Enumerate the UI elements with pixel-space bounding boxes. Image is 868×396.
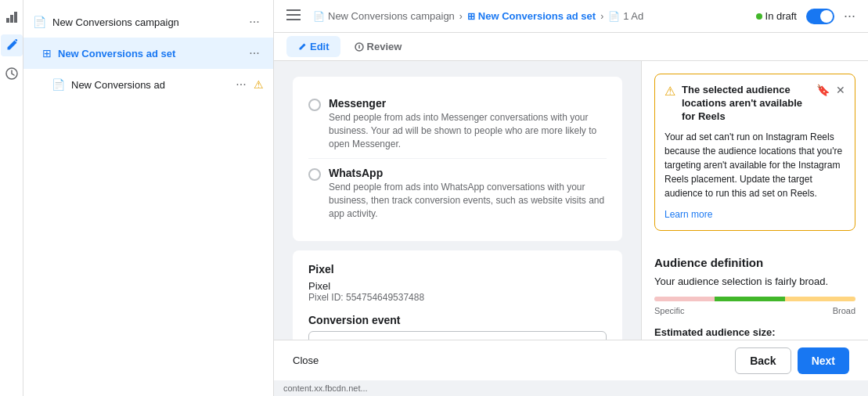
bottom-bar: Close Back Next — [274, 340, 868, 380]
topbar-more-button[interactable]: ··· — [844, 8, 855, 24]
pixel-section-label: Pixel — [308, 263, 607, 275]
pixel-section: Pixel Pixel Pixel ID: 554754649537488 Co… — [293, 250, 622, 340]
broad-label: Broad — [833, 306, 855, 315]
tab-edit[interactable]: Edit — [286, 36, 340, 57]
breadcrumb-campaign-icon: 📄 — [313, 11, 325, 22]
campaign-more-button[interactable]: ··· — [245, 13, 264, 31]
edit-review-tabs: Edit Review — [274, 33, 868, 61]
alert-warning-icon: ⚠ — [665, 84, 675, 99]
main-form-panel: Messenger Send people from ads into Mess… — [274, 61, 641, 340]
campaign-toggle[interactable] — [806, 9, 834, 24]
svg-rect-1 — [10, 15, 13, 23]
alert-title: The selected audience locations aren't a… — [682, 84, 810, 124]
meter-good — [715, 297, 785, 301]
nav-clock-icon[interactable] — [1, 63, 23, 85]
pixel-field-group: Pixel Pixel Pixel ID: 554754649537488 — [308, 263, 607, 303]
whatsapp-desc: Send people from ads into WhatsApp conve… — [329, 181, 607, 220]
topbar: 📄 New Conversions campaign › ⊞ New Conve… — [274, 0, 868, 33]
status-text: In draft — [765, 10, 797, 22]
audience-description: Your audience selection is fairly broad. — [654, 275, 855, 287]
destination-options-section: Messenger Send people from ads into Mess… — [293, 77, 622, 241]
meter-specific — [654, 297, 715, 301]
content-area: Messenger Send people from ads into Mess… — [274, 61, 868, 340]
bottom-actions: Back Next — [735, 347, 849, 374]
pixel-id: Pixel ID: 554754649537488 — [308, 292, 607, 303]
svg-rect-5 — [286, 14, 301, 16]
breadcrumb-ad-label: 1 Ad — [623, 10, 643, 22]
messenger-title: Messenger — [329, 97, 607, 110]
pixel-value: Pixel — [308, 280, 607, 292]
nav-edit-icon[interactable] — [1, 34, 23, 56]
breadcrumb-campaign[interactable]: 📄 New Conversions campaign — [313, 10, 455, 22]
alert-text: Your ad set can't run on Instagram Reels… — [665, 130, 845, 200]
adset-label: New Conversions ad set — [58, 48, 245, 59]
breadcrumb-ad[interactable]: 📄 1 Ad — [608, 10, 643, 22]
breadcrumb-sep-1: › — [459, 11, 463, 22]
svg-rect-2 — [14, 12, 17, 23]
audience-definition-section: Audience definition Your audience select… — [642, 243, 868, 340]
audience-locations-alert: ⚠ The selected audience locations aren't… — [654, 74, 855, 231]
meter-broad — [785, 297, 855, 301]
next-button[interactable]: Next — [798, 347, 849, 374]
adset-more-button[interactable]: ··· — [245, 44, 264, 63]
breadcrumb-ad-icon: 📄 — [608, 11, 620, 22]
breadcrumb: 📄 New Conversions campaign › ⊞ New Conve… — [313, 10, 750, 22]
audience-definition-title: Audience definition — [654, 256, 855, 269]
ad-page-icon: 📄 — [52, 78, 65, 91]
alert-learn-more-link[interactable]: Learn more — [665, 209, 712, 220]
tab-review[interactable]: Review — [344, 36, 413, 57]
svg-rect-4 — [286, 9, 301, 11]
specific-label: Specific — [654, 306, 685, 315]
campaign-tree-sidebar: 📄 New Conversions campaign ··· ⊞ New Con… — [23, 0, 274, 396]
campaign-page-icon: 📄 — [33, 16, 46, 28]
audience-size-label: Estimated audience size: — [654, 326, 855, 338]
alert-bookmark-icon[interactable]: 🔖 — [816, 84, 830, 96]
statusbar-text: content.xx.fbcdn.net... — [283, 383, 368, 393]
breadcrumb-adset-label: New Conversions ad set — [478, 10, 596, 22]
campaign-label: New Conversions campaign — [52, 16, 245, 28]
breadcrumb-adset-icon: ⊞ — [467, 11, 475, 22]
meter-labels: Specific Broad — [654, 306, 855, 315]
draft-status-badge: In draft — [756, 10, 797, 22]
topbar-right: In draft ··· — [756, 8, 855, 24]
breadcrumb-campaign-label: New Conversions campaign — [328, 10, 455, 22]
adset-grid-icon: ⊞ — [42, 47, 52, 59]
statusbar: content.xx.fbcdn.net... — [274, 380, 868, 396]
messenger-option[interactable]: Messenger Send people from ads into Mess… — [308, 89, 607, 159]
ad-more-button[interactable]: ··· — [232, 75, 250, 94]
sidebar-item-adset[interactable]: ⊞ New Conversions ad set ··· — [23, 38, 273, 69]
whatsapp-title: WhatsApp — [329, 167, 607, 179]
sidebar-item-ad[interactable]: 📄 New Conversions ad ··· ⚠ — [23, 69, 273, 100]
svg-rect-6 — [286, 19, 301, 20]
back-button[interactable]: Back — [735, 347, 791, 374]
left-navigation — [0, 0, 23, 396]
status-dot — [756, 13, 762, 20]
svg-rect-0 — [6, 18, 9, 23]
messenger-desc: Send people from ads into Messenger conv… — [329, 111, 607, 150]
conversion-event-label: Conversion event — [308, 314, 607, 326]
whatsapp-option[interactable]: WhatsApp Send people from ads into Whats… — [308, 159, 607, 228]
whatsapp-radio[interactable] — [308, 168, 321, 181]
breadcrumb-sep-2: › — [600, 11, 603, 22]
right-panel: ⚠ The selected audience locations aren't… — [641, 61, 868, 340]
audience-meter — [654, 297, 855, 301]
close-button[interactable]: Close — [293, 355, 319, 366]
conversion-event-select[interactable]: Choose an event ✕ — [308, 331, 607, 340]
sidebar-item-campaign[interactable]: 📄 New Conversions campaign ··· — [23, 6, 273, 38]
breadcrumb-adset[interactable]: ⊞ New Conversions ad set — [467, 10, 596, 22]
conversion-event-field-group: Conversion event Choose an event ✕ Selec… — [308, 314, 607, 340]
main-content-area: 📄 New Conversions campaign › ⊞ New Conve… — [274, 0, 868, 396]
messenger-radio[interactable] — [308, 99, 321, 111]
ad-label: New Conversions ad — [71, 79, 232, 91]
alert-close-icon[interactable]: ✕ — [836, 84, 845, 96]
sidebar-toggle-icon[interactable] — [286, 9, 301, 23]
ad-warning-icon: ⚠ — [254, 78, 264, 91]
nav-chart-icon[interactable] — [1, 6, 23, 28]
